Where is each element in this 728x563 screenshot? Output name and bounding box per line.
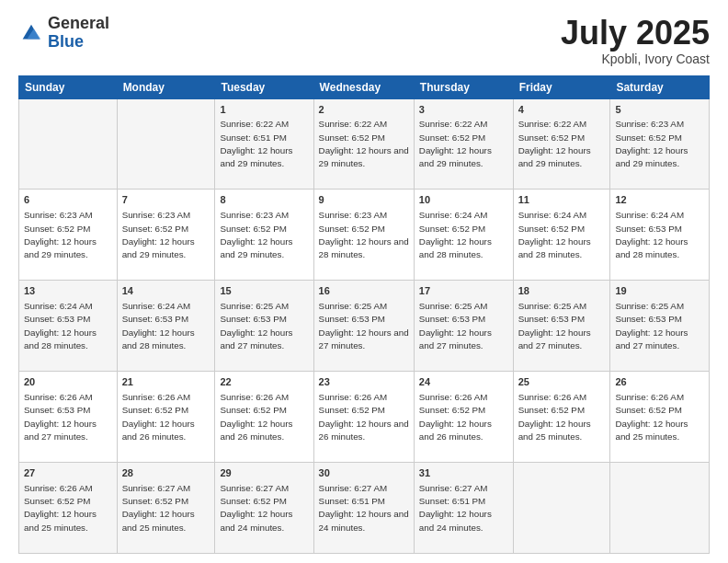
day-number: 31 [419, 466, 508, 480]
day-info: Sunrise: 6:25 AMSunset: 6:53 PMDaylight:… [419, 301, 492, 350]
page: General Blue July 2025 Kpobli, Ivory Coa… [0, 0, 728, 563]
calendar-cell: 8Sunrise: 6:23 AMSunset: 6:52 PMDaylight… [215, 190, 313, 281]
day-info: Sunrise: 6:26 AMSunset: 6:52 PMDaylight:… [220, 392, 292, 442]
day-info: Sunrise: 6:22 AMSunset: 6:52 PMDaylight:… [319, 119, 409, 168]
calendar-cell: 5Sunrise: 6:23 AMSunset: 6:52 PMDaylight… [610, 98, 710, 190]
calendar-cell: 7Sunrise: 6:23 AMSunset: 6:52 PMDaylight… [117, 190, 215, 281]
day-info: Sunrise: 6:22 AMSunset: 6:52 PMDaylight:… [419, 119, 492, 168]
day-number: 7 [122, 193, 210, 207]
col-tuesday: Tuesday [215, 75, 313, 98]
day-info: Sunrise: 6:25 AMSunset: 6:53 PMDaylight:… [220, 301, 292, 350]
calendar-cell: 24Sunrise: 6:26 AMSunset: 6:52 PMDayligh… [414, 372, 513, 463]
day-info: Sunrise: 6:23 AMSunset: 6:52 PMDaylight:… [319, 210, 409, 259]
day-info: Sunrise: 6:25 AMSunset: 6:53 PMDaylight:… [319, 301, 409, 350]
day-number: 9 [319, 193, 409, 207]
day-number: 20 [24, 375, 112, 389]
calendar-cell: 16Sunrise: 6:25 AMSunset: 6:53 PMDayligh… [313, 281, 414, 372]
logo: General Blue [18, 15, 109, 52]
day-info: Sunrise: 6:27 AMSunset: 6:51 PMDaylight:… [319, 483, 409, 533]
day-number: 3 [419, 103, 508, 117]
calendar-cell: 3Sunrise: 6:22 AMSunset: 6:52 PMDaylight… [414, 98, 513, 190]
day-number: 13 [24, 284, 112, 298]
calendar-cell: 18Sunrise: 6:25 AMSunset: 6:53 PMDayligh… [513, 281, 610, 372]
logo-blue-text: Blue [48, 33, 109, 52]
day-number: 5 [615, 103, 704, 117]
calendar-cell: 14Sunrise: 6:24 AMSunset: 6:53 PMDayligh… [117, 281, 215, 372]
calendar-cell: 10Sunrise: 6:24 AMSunset: 6:52 PMDayligh… [414, 190, 513, 281]
day-number: 27 [24, 466, 112, 480]
day-number: 1 [220, 103, 308, 117]
calendar-table: Sunday Monday Tuesday Wednesday Thursday… [18, 75, 710, 554]
calendar-cell: 27Sunrise: 6:26 AMSunset: 6:52 PMDayligh… [19, 463, 118, 554]
header-row: Sunday Monday Tuesday Wednesday Thursday… [19, 75, 710, 98]
day-info: Sunrise: 6:26 AMSunset: 6:52 PMDaylight:… [518, 392, 591, 442]
logo-text: General Blue [48, 15, 109, 52]
calendar-cell: 13Sunrise: 6:24 AMSunset: 6:53 PMDayligh… [19, 281, 118, 372]
calendar-cell: 22Sunrise: 6:26 AMSunset: 6:52 PMDayligh… [215, 372, 313, 463]
day-info: Sunrise: 6:23 AMSunset: 6:52 PMDaylight:… [122, 210, 195, 259]
day-number: 2 [319, 103, 409, 117]
day-number: 23 [319, 375, 409, 389]
day-number: 8 [220, 193, 308, 207]
calendar-header: Sunday Monday Tuesday Wednesday Thursday… [19, 75, 710, 98]
day-info: Sunrise: 6:23 AMSunset: 6:52 PMDaylight:… [220, 210, 292, 259]
day-info: Sunrise: 6:27 AMSunset: 6:52 PMDaylight:… [122, 483, 195, 533]
calendar-week-5: 27Sunrise: 6:26 AMSunset: 6:52 PMDayligh… [19, 463, 710, 554]
subtitle: Kpobli, Ivory Coast [561, 52, 710, 66]
calendar-week-4: 20Sunrise: 6:26 AMSunset: 6:53 PMDayligh… [19, 372, 710, 463]
day-number: 12 [615, 193, 704, 207]
day-number: 22 [220, 375, 308, 389]
col-monday: Monday [117, 75, 215, 98]
day-number: 19 [615, 284, 704, 298]
col-thursday: Thursday [414, 75, 513, 98]
day-number: 4 [518, 103, 606, 117]
calendar-cell: 26Sunrise: 6:26 AMSunset: 6:52 PMDayligh… [610, 372, 710, 463]
calendar-cell: 31Sunrise: 6:27 AMSunset: 6:51 PMDayligh… [414, 463, 513, 554]
calendar-cell: 25Sunrise: 6:26 AMSunset: 6:52 PMDayligh… [513, 372, 610, 463]
calendar-cell [19, 98, 118, 190]
day-number: 30 [319, 466, 409, 480]
calendar-cell: 30Sunrise: 6:27 AMSunset: 6:51 PMDayligh… [313, 463, 414, 554]
calendar-cell: 11Sunrise: 6:24 AMSunset: 6:52 PMDayligh… [513, 190, 610, 281]
day-info: Sunrise: 6:24 AMSunset: 6:53 PMDaylight:… [615, 210, 688, 259]
day-number: 6 [24, 193, 112, 207]
col-wednesday: Wednesday [313, 75, 414, 98]
calendar-cell: 12Sunrise: 6:24 AMSunset: 6:53 PMDayligh… [610, 190, 710, 281]
day-info: Sunrise: 6:26 AMSunset: 6:52 PMDaylight:… [122, 392, 195, 442]
day-info: Sunrise: 6:27 AMSunset: 6:51 PMDaylight:… [419, 483, 492, 533]
day-info: Sunrise: 6:26 AMSunset: 6:52 PMDaylight:… [24, 483, 97, 533]
day-number: 16 [319, 284, 409, 298]
title-block: July 2025 Kpobli, Ivory Coast [561, 15, 710, 66]
day-number: 24 [419, 375, 508, 389]
day-number: 14 [122, 284, 210, 298]
day-info: Sunrise: 6:27 AMSunset: 6:52 PMDaylight:… [220, 483, 292, 533]
day-info: Sunrise: 6:26 AMSunset: 6:52 PMDaylight:… [319, 392, 409, 442]
day-info: Sunrise: 6:24 AMSunset: 6:52 PMDaylight:… [518, 210, 591, 259]
calendar-week-1: 1Sunrise: 6:22 AMSunset: 6:51 PMDaylight… [19, 98, 710, 190]
day-number: 11 [518, 193, 606, 207]
day-info: Sunrise: 6:24 AMSunset: 6:53 PMDaylight:… [122, 301, 195, 350]
col-sunday: Sunday [19, 75, 118, 98]
main-title: July 2025 [561, 15, 710, 52]
day-number: 10 [419, 193, 508, 207]
calendar-cell: 28Sunrise: 6:27 AMSunset: 6:52 PMDayligh… [117, 463, 215, 554]
calendar-cell: 1Sunrise: 6:22 AMSunset: 6:51 PMDaylight… [215, 98, 313, 190]
calendar-cell: 9Sunrise: 6:23 AMSunset: 6:52 PMDaylight… [313, 190, 414, 281]
day-number: 26 [615, 375, 704, 389]
calendar-cell: 21Sunrise: 6:26 AMSunset: 6:52 PMDayligh… [117, 372, 215, 463]
day-number: 25 [518, 375, 606, 389]
header: General Blue July 2025 Kpobli, Ivory Coa… [18, 15, 710, 66]
day-info: Sunrise: 6:24 AMSunset: 6:52 PMDaylight:… [419, 210, 492, 259]
logo-general-text: General [48, 15, 109, 33]
day-info: Sunrise: 6:26 AMSunset: 6:52 PMDaylight:… [615, 392, 688, 442]
day-info: Sunrise: 6:22 AMSunset: 6:52 PMDaylight:… [518, 119, 591, 168]
calendar-cell [610, 463, 710, 554]
day-number: 15 [220, 284, 308, 298]
calendar-cell: 2Sunrise: 6:22 AMSunset: 6:52 PMDaylight… [313, 98, 414, 190]
calendar-cell: 29Sunrise: 6:27 AMSunset: 6:52 PMDayligh… [215, 463, 313, 554]
day-info: Sunrise: 6:25 AMSunset: 6:53 PMDaylight:… [518, 301, 591, 350]
logo-icon [18, 20, 44, 46]
day-number: 18 [518, 284, 606, 298]
calendar-cell: 23Sunrise: 6:26 AMSunset: 6:52 PMDayligh… [313, 372, 414, 463]
calendar-week-2: 6Sunrise: 6:23 AMSunset: 6:52 PMDaylight… [19, 190, 710, 281]
